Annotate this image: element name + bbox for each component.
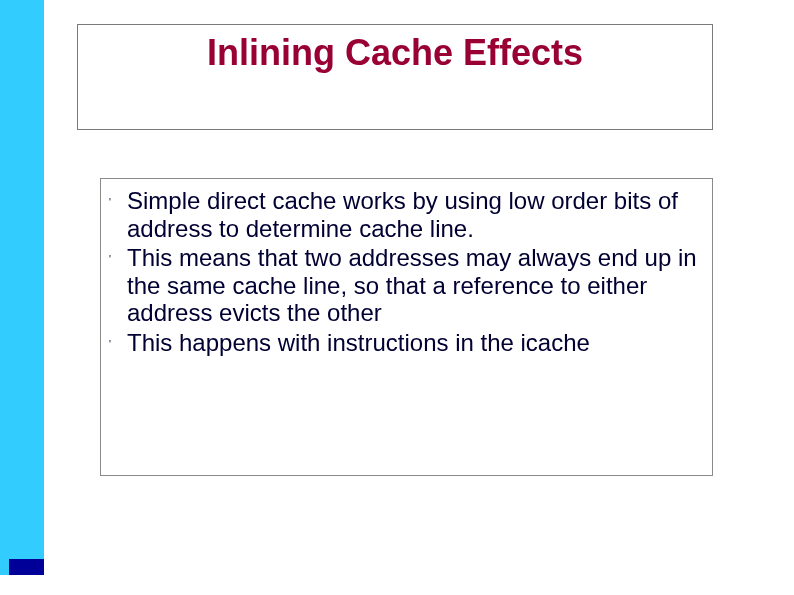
slide-title: Inlining Cache Effects [78,32,712,74]
bullet-item: ' This means that two addresses may alwa… [109,244,700,327]
bullet-marker-icon: ' [109,244,127,274]
bullet-marker-icon: ' [109,329,127,359]
content-container: ' Simple direct cache works by using low… [100,178,713,476]
title-container: Inlining Cache Effects [77,24,713,130]
bullet-marker-icon: ' [109,187,127,217]
bullet-text: This happens with instructions in the ic… [127,329,590,357]
left-accent-bar [0,0,44,575]
bullet-text: This means that two addresses may always… [127,244,700,327]
bullet-item: ' This happens with instructions in the … [109,329,700,359]
bullet-text: Simple direct cache works by using low o… [127,187,700,242]
bullet-item: ' Simple direct cache works by using low… [109,187,700,242]
corner-accent-box [9,559,44,575]
